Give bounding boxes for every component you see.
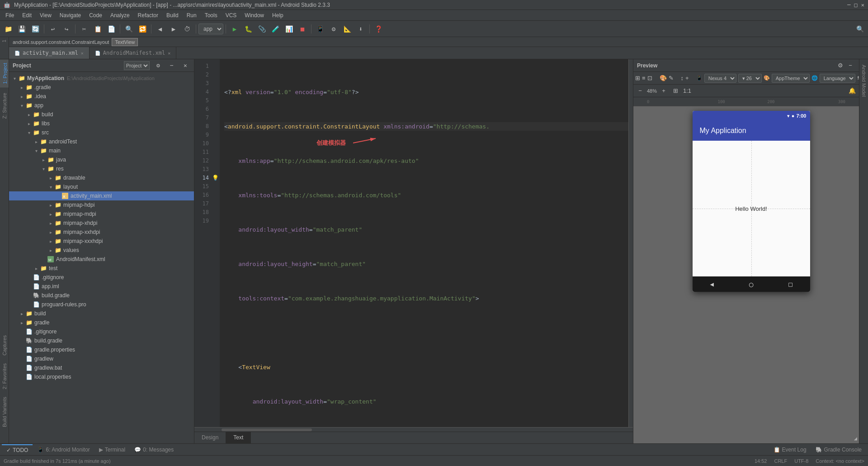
toolbar-download-button[interactable]: ⬇	[354, 23, 367, 35]
menu-build[interactable]: Build	[163, 11, 182, 19]
tree-item-proguard[interactable]: ▸ 📄 proguard-rules.pro	[9, 300, 194, 309]
toolbar-layout-button[interactable]: 📐	[341, 23, 354, 35]
api-level-combo[interactable]: ▾ 26	[738, 74, 762, 83]
tree-item-mipmap-xxhdpi[interactable]: ▸ 📁 mipmap-xxhdpi	[9, 228, 194, 237]
tree-item-build-gradle-app[interactable]: ▸ 🐘 build.gradle	[9, 291, 194, 300]
toolbar-icon-copy[interactable]: 📋	[91, 23, 104, 35]
tab-text[interactable]: Text	[226, 432, 251, 443]
tree-item-myapp-root[interactable]: ▾ 📁 MyApplication E:\AndroidStudioProjec…	[9, 74, 194, 83]
toolbar-coverage-button[interactable]: 📊	[283, 23, 295, 35]
toolbar-avd-button[interactable]: 📱	[314, 23, 326, 35]
preview-settings-icon[interactable]: ⚙	[835, 61, 845, 71]
tree-item-mipmap-mdpi[interactable]: ▸ 📁 mipmap-mdpi	[9, 209, 194, 219]
menu-help[interactable]: Help	[269, 11, 287, 19]
preview-bell-icon[interactable]: 🔔	[847, 86, 857, 96]
tree-item-values[interactable]: ▸ 📁 values	[9, 246, 194, 255]
structure-tab[interactable]: Z: Structure	[1, 89, 8, 122]
toolbar-icon-1[interactable]: 📁	[2, 23, 14, 35]
bottom-tab-messages[interactable]: 💬 0: Messages	[130, 444, 178, 455]
tree-item-gradlew[interactable]: ▸ 📄 gradlew	[9, 354, 194, 363]
tree-item-app[interactable]: ▾ 📁 app	[9, 101, 194, 110]
toolbar-help-button[interactable]: ❓	[372, 23, 385, 35]
toolbar-run-button[interactable]: ▶	[228, 23, 241, 35]
preview-move-icon[interactable]: ↕	[681, 73, 684, 83]
menu-view[interactable]: View	[36, 11, 55, 19]
tree-item-main[interactable]: ▾ 📁 main	[9, 146, 194, 155]
toolbar-icon-find[interactable]: 🔍	[123, 23, 135, 35]
tree-item-local-properties[interactable]: ▸ 📄 local.properties	[9, 372, 194, 381]
captures-tab[interactable]: Captures	[1, 332, 8, 359]
zoom-in-icon[interactable]: +	[659, 86, 669, 96]
tree-item-androidtest[interactable]: ▸ 📁 androidTest	[9, 137, 194, 146]
tree-item-mipmap-xxxhdpi[interactable]: ▸ 📁 mipmap-xxxhdpi	[9, 237, 194, 246]
tree-item-libs[interactable]: ▸ 📁 libs	[9, 119, 194, 128]
minimize-button[interactable]: ─	[847, 2, 850, 8]
menu-code[interactable]: Code	[85, 11, 106, 19]
preview-cursor-icon[interactable]: ✎	[669, 73, 674, 83]
menu-navigate[interactable]: Navigate	[56, 11, 85, 19]
toolbar-icon-redo[interactable]: ↪	[60, 23, 73, 35]
panel-settings-icon[interactable]: ⚙	[153, 61, 163, 71]
toolbar-stop-button[interactable]: ■	[296, 23, 309, 35]
language-combo[interactable]: Language	[820, 74, 855, 83]
tree-item-mipmap-hdpi[interactable]: ▸ 📁 mipmap-hdpi	[9, 200, 194, 209]
scroll-thumb[interactable]	[222, 428, 312, 431]
tab-android-manifest[interactable]: 📄 AndroidManifest.xml ✕	[90, 47, 176, 59]
tree-item-mipmap-xhdpi[interactable]: ▸ 📁 mipmap-xhdpi	[9, 219, 194, 228]
tree-item-gradle-hidden[interactable]: ▸ 📁 .gradle	[9, 83, 194, 92]
toolbar-icon-paste[interactable]: 📄	[105, 23, 118, 35]
resize-handle[interactable]: ◢	[854, 435, 857, 442]
theme-combo[interactable]: AppTheme	[772, 74, 810, 83]
preview-grid-icon[interactable]: ⊞	[635, 73, 640, 83]
tree-item-androidmanifest[interactable]: ▸ M AndroidManifest.xml	[9, 255, 194, 264]
tree-item-build-gradle-root[interactable]: ▸ 🐘 build.gradle	[9, 336, 194, 345]
zoom-fit-icon[interactable]: ⊞	[670, 86, 680, 96]
tree-item-gradle-folder[interactable]: ▸ 📁 gradle	[9, 318, 194, 327]
preview-resize-icon[interactable]: ⊡	[647, 73, 652, 83]
tree-item-drawable[interactable]: ▸ 📁 drawable	[9, 173, 194, 182]
menu-run[interactable]: Run	[183, 11, 200, 19]
zoom-out-icon[interactable]: −	[635, 86, 645, 96]
toolbar-search-button[interactable]: 🔍	[854, 23, 866, 35]
preview-collapse-icon[interactable]: −	[845, 61, 855, 71]
tree-item-gradle-properties[interactable]: ▸ 📄 gradle.properties	[9, 345, 194, 354]
tree-item-test[interactable]: ▸ 📁 test	[9, 264, 194, 273]
tree-item-layout[interactable]: ▾ 📁 layout	[9, 182, 194, 191]
tree-item-activity-main-xml[interactable]: ▸ X activity_main.xml	[9, 191, 194, 200]
maximize-button[interactable]: □	[854, 2, 858, 8]
menu-file[interactable]: File	[2, 11, 18, 19]
tab-close-2[interactable]: ✕	[168, 51, 170, 56]
tab-design[interactable]: Design	[194, 432, 226, 443]
favorites-tab[interactable]: 2: Favorites	[1, 361, 8, 392]
toolbar-attach-button[interactable]: 📎	[255, 23, 268, 35]
zoom-actual-icon[interactable]: 1:1	[682, 86, 692, 96]
project-tab[interactable]: 1: Project	[0, 59, 9, 87]
toolbar-icon-cut[interactable]: ✂	[78, 23, 90, 35]
tree-item-build-root[interactable]: ▸ 📁 build	[9, 309, 194, 318]
close-button[interactable]: ✕	[861, 2, 864, 8]
toolbar-icon-replace[interactable]: 🔁	[136, 23, 149, 35]
tree-item-src[interactable]: ▾ 📁 src	[9, 128, 194, 137]
preview-paint-icon[interactable]: 🎨	[660, 73, 667, 83]
tree-item-res[interactable]: ▾ 📁 res	[9, 164, 194, 173]
toolbar-sdk-button[interactable]: ⚙	[327, 23, 340, 35]
code-content[interactable]: <?xml version="1.0" encoding="utf-8"?> <…	[220, 59, 628, 427]
project-panel-icon[interactable]: 1	[1, 38, 8, 44]
panel-hide-icon[interactable]: ✕	[180, 61, 190, 71]
tab-activity-main[interactable]: 📄 activity_main.xml ✕	[9, 47, 90, 59]
device-combo[interactable]: Nexus 4	[704, 74, 736, 83]
tree-item-idea[interactable]: ▸ 📁 .idea	[9, 92, 194, 101]
vertical-scrollbar[interactable]	[628, 59, 633, 427]
menu-window[interactable]: Window	[241, 11, 268, 19]
menu-analyze[interactable]: Analyze	[107, 11, 133, 19]
toolbar-icon-sync[interactable]: 🔄	[29, 23, 42, 35]
tree-item-build-inner[interactable]: ▸ 📁 build	[9, 110, 194, 119]
toolbar-icon-save[interactable]: 💾	[15, 23, 28, 35]
build-variants-tab[interactable]: Build Variants	[1, 394, 8, 430]
panel-collapse-icon[interactable]: −	[167, 61, 177, 71]
menu-vcs[interactable]: VCS	[222, 11, 241, 19]
tree-item-gradlew-bat[interactable]: ▸ 📄 gradlew.bat	[9, 363, 194, 372]
horizontal-scrollbar[interactable]	[194, 427, 633, 432]
bottom-tab-android-monitor[interactable]: 📱 6: Android Monitor	[33, 444, 94, 455]
toolbar-icon-back[interactable]: ◀	[154, 23, 166, 35]
